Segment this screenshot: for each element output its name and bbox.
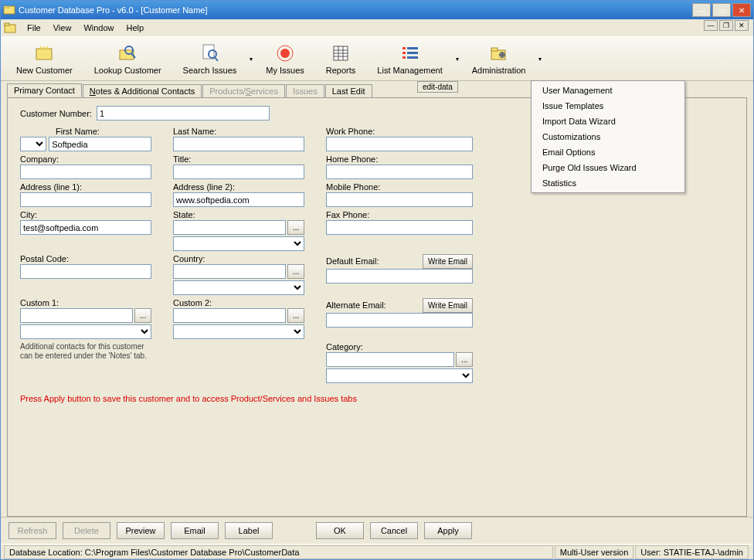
toolbar: New Customer Lookup Customer Search Issu… xyxy=(1,36,753,81)
toolbar-lookup-customer[interactable]: Lookup Customer xyxy=(83,37,172,80)
status-db-location: Database Location: C:\Program Files\Cust… xyxy=(4,545,553,559)
menu-email-options[interactable]: Email Options xyxy=(532,144,684,160)
custom2-select[interactable] xyxy=(173,324,304,339)
country-lookup-button[interactable]: ... xyxy=(287,264,304,279)
additional-contacts-note: Additional contacts for this customer ca… xyxy=(20,342,151,383)
maximize-button[interactable]: ▭ xyxy=(712,3,731,17)
toolbar-reports[interactable]: Reports xyxy=(315,37,367,80)
mdi-minimize-button[interactable]: — xyxy=(704,20,718,31)
tab-notes[interactable]: Notes & Additional Contacts xyxy=(83,84,202,97)
city-input[interactable] xyxy=(20,220,151,235)
address1-label: Address (line 1): xyxy=(20,182,151,192)
menu-help[interactable]: Help xyxy=(121,22,151,34)
toolbar-list-management[interactable]: List Management xyxy=(366,37,453,80)
first-name-input[interactable] xyxy=(49,137,151,151)
lookup-icon xyxy=(117,42,138,64)
work-phone-input[interactable] xyxy=(326,137,473,151)
statusbar: Database Location: C:\Program Files\Cust… xyxy=(1,544,753,559)
tab-products-services: Products/Services xyxy=(202,84,285,97)
cancel-button[interactable]: Cancel xyxy=(370,522,418,539)
menu-import-data-wizard[interactable]: Import Data Wizard xyxy=(532,114,684,129)
svg-point-11 xyxy=(280,49,290,58)
postal-code-input[interactable] xyxy=(20,264,151,279)
write-alternate-email-button[interactable]: Write Email xyxy=(423,298,473,313)
alternate-email-input[interactable] xyxy=(326,313,473,328)
close-button[interactable]: ✕ xyxy=(732,3,751,17)
svg-rect-19 xyxy=(402,47,406,49)
city-label: City: xyxy=(20,210,151,219)
tab-issues: Issues xyxy=(286,84,324,97)
write-default-email-button[interactable]: Write Email xyxy=(423,254,473,269)
mdi-close-button[interactable]: ✕ xyxy=(735,20,749,31)
state-select[interactable] xyxy=(173,236,304,251)
minimize-button[interactable]: — xyxy=(692,3,711,17)
menu-customizations[interactable]: Customizations xyxy=(532,129,684,144)
label-button[interactable]: Label xyxy=(225,522,273,539)
category-input[interactable] xyxy=(326,352,454,367)
tab-last-edit[interactable]: Last Edit xyxy=(325,84,372,97)
fax-phone-input[interactable] xyxy=(326,220,473,235)
svg-rect-5 xyxy=(120,50,134,59)
menu-view[interactable]: View xyxy=(47,22,78,34)
toolbar-new-customer[interactable]: New Customer xyxy=(5,37,83,80)
first-name-label: First Name: xyxy=(20,127,151,136)
address2-input[interactable] xyxy=(173,192,304,207)
custom2-input[interactable] xyxy=(173,308,286,323)
menu-purge-old-issues[interactable]: Purge Old Issues Wizard xyxy=(532,160,684,175)
titlebar: Customer Database Pro - v6.0 - [Customer… xyxy=(1,1,753,19)
postal-code-label: Postal Code: xyxy=(20,254,151,263)
edit-data-tag: edit-data xyxy=(417,81,458,93)
toolbar-search-issues[interactable]: Search Issues xyxy=(172,37,248,80)
list-management-dropdown[interactable]: ▾ xyxy=(453,37,461,80)
mobile-phone-label: Mobile Phone: xyxy=(326,182,473,192)
state-input[interactable] xyxy=(173,220,286,235)
mobile-phone-input[interactable] xyxy=(326,192,473,207)
mdi-restore-button[interactable]: ❐ xyxy=(719,20,733,31)
administration-dropdown[interactable]: ▾ xyxy=(536,37,544,80)
svg-rect-23 xyxy=(402,56,406,59)
last-name-input[interactable] xyxy=(173,137,304,151)
svg-rect-21 xyxy=(402,52,406,54)
search-issues-dropdown[interactable]: ▾ xyxy=(247,37,255,80)
home-phone-label: Home Phone: xyxy=(326,154,473,164)
status-user: User: STATIE-ETAJ-\admin xyxy=(635,545,749,559)
custom1-lookup-button[interactable]: ... xyxy=(134,308,151,323)
country-select[interactable] xyxy=(173,280,304,295)
custom1-select[interactable] xyxy=(20,324,151,339)
custom2-lookup-button[interactable]: ... xyxy=(287,308,304,323)
menu-issue-templates[interactable]: Issue Templates xyxy=(532,98,684,114)
title-input[interactable] xyxy=(173,165,304,179)
custom1-label: Custom 1: xyxy=(20,298,151,307)
alternate-email-label: Alternate Email: xyxy=(326,300,421,310)
svg-rect-4 xyxy=(36,49,52,59)
toolbar-administration[interactable]: Administration xyxy=(461,37,537,80)
title-label: Title: xyxy=(173,154,304,164)
svg-rect-26 xyxy=(491,48,498,51)
address2-label: Address (line 2): xyxy=(173,182,304,192)
country-input[interactable] xyxy=(173,264,286,279)
toolbar-my-issues[interactable]: My Issues xyxy=(255,37,315,80)
company-input[interactable] xyxy=(20,165,151,179)
preview-button[interactable]: Preview xyxy=(117,522,165,539)
menu-statistics[interactable]: Statistics xyxy=(532,175,684,191)
customer-number-input[interactable] xyxy=(97,106,270,120)
refresh-button: Refresh xyxy=(8,522,56,539)
ok-button[interactable]: OK xyxy=(316,522,364,539)
address1-input[interactable] xyxy=(20,192,151,207)
category-lookup-button[interactable]: ... xyxy=(456,352,473,367)
work-phone-label: Work Phone: xyxy=(326,127,473,136)
custom1-input[interactable] xyxy=(20,308,133,323)
default-email-input[interactable] xyxy=(326,269,473,283)
menu-file[interactable]: File xyxy=(21,22,47,34)
administration-menu: User Management Issue Templates Import D… xyxy=(531,80,685,193)
salutation-select[interactable] xyxy=(20,137,46,151)
administration-icon xyxy=(488,42,510,64)
category-select[interactable] xyxy=(326,368,473,383)
menu-user-management[interactable]: User Management xyxy=(532,83,684,98)
state-lookup-button[interactable]: ... xyxy=(287,220,304,235)
home-phone-input[interactable] xyxy=(326,165,473,179)
menu-window[interactable]: Window xyxy=(77,22,120,34)
email-button[interactable]: Email xyxy=(171,522,219,539)
apply-button[interactable]: Apply xyxy=(424,522,472,539)
tab-primary-contact[interactable]: Primary Contact xyxy=(7,83,82,97)
